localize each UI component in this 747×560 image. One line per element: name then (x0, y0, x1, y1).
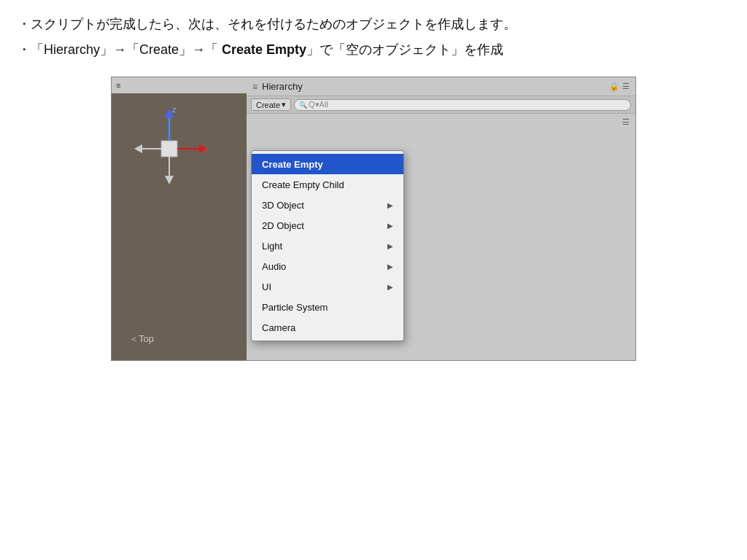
svg-rect-0 (161, 141, 177, 157)
unity-window: ≡ z x (111, 77, 636, 361)
menu-item-label: 3D Object (262, 200, 304, 211)
hierarchy-lock-icon: 🔒 (609, 82, 619, 91)
hierarchy-title: Hierarchy (262, 81, 303, 92)
screenshot-area: ≡ z x (0, 77, 747, 361)
menu-item-arrow: ▶ (387, 201, 393, 209)
viewport-top-label: ＜Top (129, 332, 154, 346)
menu-item-label: Audio (262, 261, 286, 272)
viewport-top-bar: ≡ (112, 77, 247, 93)
annotation-text: ・スクリプトが完成したら、次は、それを付けるためのオブジェクトを作成します。 ・… (0, 0, 747, 71)
menu-item-arrow: ▶ (387, 222, 393, 230)
menu-item-label: Camera (262, 322, 295, 333)
menu-item[interactable]: Light▶ (252, 236, 403, 256)
menu-item-arrow: ▶ (387, 283, 393, 291)
search-placeholder: Q▾All (309, 100, 328, 109)
hierarchy-content: ☰ Create EmptyCreate Empty Child3D Objec… (247, 114, 635, 360)
annotation-line2-bold: Create Empty (218, 42, 306, 57)
hierarchy-title-bar: ≡ Hierarchy 🔒 ☰ (247, 77, 635, 96)
menu-item-label: 2D Object (262, 220, 304, 231)
create-button-label: Create (256, 101, 280, 109)
hierarchy-title-options: ☰ (622, 82, 630, 91)
gizmo-area: z x (126, 99, 228, 209)
annotation-line2: ・「Hierarchy」→「Create」→「 Create Empty」で「空… (18, 39, 729, 61)
menu-item[interactable]: 3D Object▶ (252, 195, 403, 215)
menu-item-arrow: ▶ (387, 242, 393, 250)
gizmo-svg: z x (126, 99, 214, 201)
menu-item-label: Create Empty Child (262, 179, 344, 190)
annotation-line2-suffix: 」で「空のオブジェクト」を作成 (306, 42, 503, 57)
viewport-topbar-text: ≡ (116, 81, 120, 90)
menu-item-label: Create Empty (262, 159, 323, 170)
hierarchy-panel: ≡ Hierarchy 🔒 ☰ Create ▾ 🔍 Q▾All ☰ (247, 77, 635, 360)
menu-item-label: Particle System (262, 302, 328, 313)
menu-item[interactable]: Particle System (252, 297, 403, 317)
search-icon: 🔍 (299, 101, 307, 109)
hierarchy-toolbar[interactable]: Create ▾ 🔍 Q▾All (247, 96, 635, 114)
create-dropdown-arrow: ▾ (282, 100, 286, 109)
menu-item-label: Light (262, 241, 282, 252)
svg-text:z: z (172, 105, 177, 114)
create-dropdown-menu[interactable]: Create EmptyCreate Empty Child3D Object▶… (251, 150, 404, 341)
svg-marker-8 (134, 144, 142, 153)
menu-item[interactable]: UI▶ (252, 276, 403, 297)
hierarchy-list-icon: ≡ (252, 82, 258, 92)
menu-item[interactable]: Camera (252, 317, 403, 338)
menu-item[interactable]: Create Empty (252, 154, 403, 174)
menu-item-arrow: ▶ (387, 262, 393, 271)
svg-text:x: x (204, 144, 209, 153)
annotation-line2-prefix: ・「Hierarchy」→「Create」→「 (18, 42, 218, 57)
create-button[interactable]: Create ▾ (251, 98, 291, 111)
menu-item[interactable]: Create Empty Child (252, 174, 403, 195)
menu-item[interactable]: Audio▶ (252, 256, 403, 276)
annotation-line1: ・スクリプトが完成したら、次は、それを付けるためのオブジェクトを作成します。 (18, 13, 729, 36)
svg-marker-10 (165, 176, 174, 184)
search-bar[interactable]: 🔍 Q▾All (294, 99, 631, 111)
menu-item-label: UI (262, 281, 271, 292)
menu-item[interactable]: 2D Object▶ (252, 215, 403, 236)
viewport-panel: ≡ z x (112, 77, 247, 360)
hierarchy-options-icon: ☰ (622, 117, 630, 127)
